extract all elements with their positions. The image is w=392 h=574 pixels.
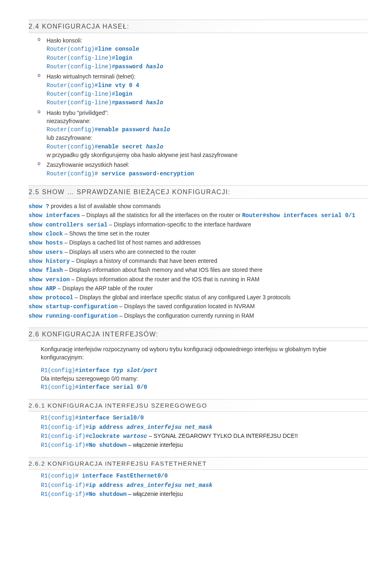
cmd: show ARP (29, 285, 56, 292)
after: – włączenie interfejsu (127, 442, 183, 448)
text: w przypadku gdy skonfigurujemy oba hasło… (47, 152, 238, 158)
cmd: line console (98, 46, 139, 52)
cmd: enable password (98, 126, 153, 133)
prompt: Router(config)# (47, 82, 98, 89)
cmd: show version (29, 276, 70, 283)
desc: – Displays all the statistics for all th… (80, 212, 242, 218)
cmd: login (115, 55, 132, 61)
item-console-pwd: Hasło konsoli: Router(config)#line conso… (38, 36, 368, 71)
item-encrypt-all: Zaszyfrowanie wszystkich haseł: Router(c… (38, 161, 368, 178)
prompt: R1(config)# (41, 473, 82, 479)
cmd: show flash (29, 267, 63, 274)
prompt: Router(config)# (47, 170, 101, 177)
arg: haslo (146, 144, 163, 150)
cmd: enable secret (98, 144, 146, 150)
cmd: interface FastEthernet0/0 (82, 473, 168, 479)
prompt: Router(config)# (47, 46, 98, 52)
item-label: Hasło wirtualnych terminali (telnet): (47, 73, 136, 80)
desc: – Displays a history of commands that ha… (70, 258, 217, 264)
heading-2-6-2: 2.6.2 KONFIGURACJA INTERFEJSU FASTETHERN… (29, 457, 368, 470)
desc: – Displays a cached list of host names a… (63, 239, 201, 246)
cmd: show interfaces (29, 212, 80, 219)
cmd: clockrate (89, 433, 123, 439)
heading-2-5: 2.5 SHOW … SPRAWDZANIE BIEŻĄCEJ KONFIGUR… (29, 185, 368, 199)
cmd: show running-configuration (29, 313, 118, 319)
item-vty-pwd: Hasło wirtualnych terminali (telnet): Ro… (38, 72, 368, 107)
prompt: R1(config-if)# (41, 482, 89, 489)
prompt: Router(config)# (47, 144, 98, 150)
desc: provides a list of available show comman… (49, 203, 160, 209)
after: – włączenie interfejsu (127, 491, 183, 497)
arg: haslo (146, 99, 163, 106)
prompt: R1(config)# (41, 415, 78, 421)
prompt: Router(config-line)# (47, 91, 115, 97)
desc: – Displays the ARP table of the router (56, 285, 153, 291)
cmd: ip address (89, 482, 127, 489)
cfg-line: R1(config)#interface typ slot/port Dla i… (41, 366, 368, 392)
desc: – Displays information about the router … (70, 276, 260, 283)
cmd: No shutdown (89, 442, 127, 448)
prompt: R1(config)# (41, 367, 78, 374)
tail: Router#show interfaces serial 0/1 (242, 212, 355, 219)
cmd: show users (29, 249, 63, 256)
cmd: No shutdown (89, 491, 127, 498)
prompt: Router(config)# (47, 126, 98, 133)
cmd: show controllers serial (29, 222, 107, 228)
heading-2-6: 2.6 KONFIGURACJA INTERFEJSÓW: (29, 327, 368, 341)
item-label: Zaszyfrowanie wszystkich haseł: (47, 161, 129, 168)
desc: – Displays information about flash memor… (63, 267, 263, 273)
cmd: show history (29, 258, 70, 265)
arg: haslo (146, 63, 163, 70)
block-2-6-1: R1(config)#interface Serial0/0 R1(config… (41, 413, 368, 449)
arg: typ slot/port (113, 367, 157, 374)
prompt: R1(config-if)# (41, 491, 89, 498)
cmd: line vty 0 4 (98, 82, 139, 89)
cmd: interface serial 0/0 (78, 384, 147, 390)
desc: – Displays the saved configuration locat… (118, 303, 254, 309)
prompt: R1(config-if)# (41, 442, 89, 448)
intro-2-6: Konfigurację interfejsów rozpoczynamy od… (41, 345, 368, 362)
cmd: show startup-configuration (29, 303, 118, 310)
cmd: login (115, 91, 132, 97)
list-2-4: Hasło konsoli: Router(config)#line conso… (29, 36, 368, 178)
prompt: R1(config)# (41, 384, 78, 390)
prompt: Router(config-line)# (47, 63, 115, 70)
text: Dla interfejsu szeregowego 0/0 mamy: (41, 375, 138, 382)
item-label: Hasło trybu "privilidged": (47, 110, 109, 116)
desc: – Displays the global and interface spec… (73, 294, 290, 300)
arg: adres_interfejsu net_mask (127, 424, 212, 430)
desc: – Displays all users who are connected t… (63, 249, 196, 255)
prompt: Router(config-line)# (47, 55, 115, 61)
cmd: interface Serial0/0 (78, 415, 144, 421)
cmd: show protocol (29, 294, 73, 301)
arg: haslo (153, 126, 170, 133)
block-2-6-2: R1(config)# interface FastEthernet0/0 R1… (41, 471, 368, 498)
cmd: service password-encryption (101, 170, 194, 177)
cmd: interface (78, 367, 113, 374)
cmd: show ? (29, 203, 49, 210)
cmd: show clock (29, 231, 63, 237)
arg: wartosc (123, 433, 147, 439)
desc: – Shows the time set in the router (63, 230, 149, 237)
prompt: Router(config-line)# (47, 99, 115, 106)
arg: adres_interfejsu net_mask (127, 482, 212, 489)
prompt: R1(config-if)# (41, 433, 89, 439)
prompt: R1(config-if)# (41, 424, 89, 430)
after: – SYGNAŁ ZEGAROWY TYLKO DLA INTERFEJSU D… (147, 433, 298, 439)
cmd: show hosts (29, 240, 63, 246)
heading-2-6-1: 2.6.1 KONFIGURACJA INTERFEJSU SZEREGOWEG… (29, 399, 368, 412)
cmd: password (115, 63, 146, 70)
heading-2-4: 2.4 KONFIGURACJA HASEŁ: (29, 20, 368, 33)
item-label: Hasło konsoli: (47, 37, 82, 44)
text: niezaszyfrowane: (47, 118, 91, 124)
desc: – Displays the configuration currently r… (118, 312, 254, 319)
show-commands-block: show ? provides a list of available show… (29, 202, 368, 320)
cmd: password (115, 99, 146, 106)
item-privileged-pwd: Hasło trybu "privilidged": niezaszyfrowa… (38, 109, 368, 159)
desc: – Displays information-specific to the i… (107, 221, 251, 228)
cmd: ip address (89, 424, 127, 430)
text: lub zaszyfrowane: (47, 135, 92, 141)
